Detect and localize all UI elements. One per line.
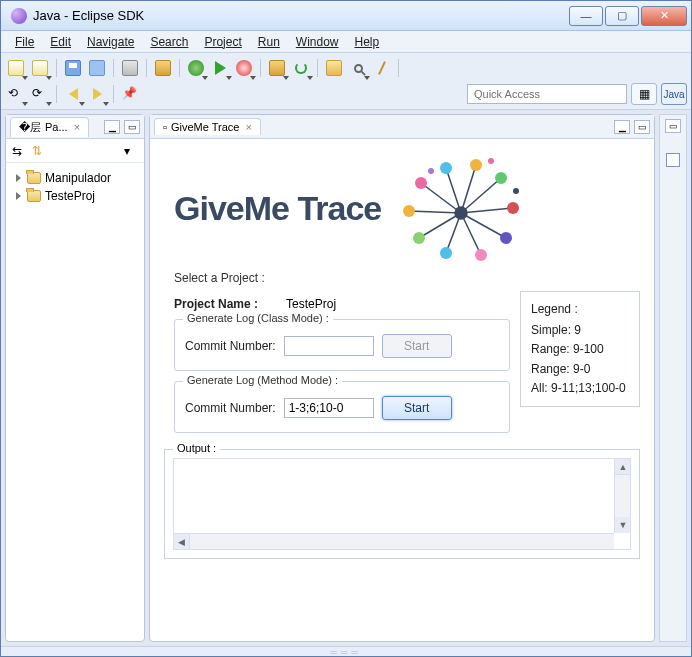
- method-mode-legend: Generate Log (Method Mode) :: [183, 374, 342, 386]
- editor-area: ▫ GiveMe Trace × ▁ ▭ GiveMe Trace: [149, 114, 655, 642]
- tree-item-testeproj[interactable]: TesteProj: [10, 187, 140, 205]
- vertical-scrollbar[interactable]: ▲ ▼: [614, 459, 630, 533]
- refresh-button[interactable]: [290, 57, 312, 79]
- new-button[interactable]: [5, 57, 27, 79]
- tree-item-manipulador[interactable]: Manipulador: [10, 169, 140, 187]
- editor-tab-label: GiveMe Trace: [171, 121, 239, 133]
- pin-icon: 📌: [122, 86, 138, 102]
- scroll-left-icon[interactable]: ◀: [174, 534, 190, 550]
- collapse-all-icon[interactable]: ⇆: [12, 144, 26, 158]
- scroll-up-icon[interactable]: ▲: [615, 459, 631, 475]
- project-name-label: Project Name :: [174, 297, 258, 311]
- scroll-down-icon[interactable]: ▼: [615, 517, 631, 533]
- save-all-button[interactable]: [86, 57, 108, 79]
- save-all-icon: [89, 60, 105, 76]
- package-icon: [269, 60, 285, 76]
- menu-run[interactable]: Run: [250, 33, 288, 51]
- ext-run-button[interactable]: [233, 57, 255, 79]
- outline-view-icon[interactable]: [666, 153, 680, 167]
- close-icon[interactable]: ×: [245, 121, 251, 133]
- open-type-button[interactable]: [323, 57, 345, 79]
- project-name-value: TesteProj: [286, 297, 336, 311]
- legend-title: Legend :: [531, 300, 629, 319]
- svg-point-6: [470, 159, 482, 171]
- tree-item-label: TesteProj: [45, 189, 95, 203]
- class-start-button[interactable]: Start: [382, 334, 452, 358]
- wand-button[interactable]: [371, 57, 393, 79]
- build-button[interactable]: [152, 57, 174, 79]
- folder-icon: [326, 60, 342, 76]
- view-menu-icon[interactable]: ▾: [124, 144, 138, 158]
- run-icon: [215, 61, 226, 75]
- window-title: Java - Eclipse SDK: [33, 8, 567, 23]
- svg-point-20: [403, 205, 415, 217]
- svg-point-23: [513, 188, 519, 194]
- select-project-label: Select a Project :: [174, 271, 640, 285]
- app-logo-text: GiveMe Trace: [174, 189, 381, 228]
- svg-point-14: [475, 249, 487, 261]
- method-start-button[interactable]: Start: [382, 396, 452, 420]
- maximize-view-button[interactable]: ▭: [124, 120, 140, 134]
- quick-access-input[interactable]: [467, 84, 627, 104]
- search-button[interactable]: [347, 57, 369, 79]
- run-button[interactable]: [209, 57, 231, 79]
- debug-icon: [188, 60, 204, 76]
- maximize-view-button[interactable]: ▭: [634, 120, 650, 134]
- menu-bar: File Edit Navigate Search Project Run Wi…: [1, 31, 691, 53]
- horizontal-scrollbar[interactable]: ◀ ▶: [174, 533, 614, 549]
- pin-button[interactable]: 📌: [119, 83, 141, 105]
- svg-point-18: [413, 232, 425, 244]
- minimize-button[interactable]: —: [569, 6, 603, 26]
- nav-history-button[interactable]: ⟲: [5, 83, 27, 105]
- project-icon: [27, 190, 41, 202]
- method-commit-input[interactable]: [284, 398, 374, 418]
- toolbar-area: ⟲ ⟳ 📌 ▦ Java: [1, 53, 691, 110]
- save-dropdown[interactable]: [29, 57, 51, 79]
- expand-icon[interactable]: [16, 174, 21, 182]
- refresh-icon: [295, 62, 307, 74]
- link-editor-icon[interactable]: ⇅: [32, 144, 46, 158]
- legend-line: All: 9-11;13;100-0: [531, 379, 629, 398]
- minimize-view-button[interactable]: ▁: [104, 120, 120, 134]
- save-button[interactable]: [62, 57, 84, 79]
- new-icon: [8, 60, 24, 76]
- menu-window[interactable]: Window: [288, 33, 347, 51]
- new-package-button[interactable]: [266, 57, 288, 79]
- wand-icon: [378, 61, 386, 75]
- svg-point-10: [507, 202, 519, 214]
- output-legend: Output :: [173, 442, 220, 454]
- back-icon: [69, 88, 78, 100]
- menu-file[interactable]: File: [7, 33, 42, 51]
- menu-help[interactable]: Help: [347, 33, 388, 51]
- close-button[interactable]: ✕: [641, 6, 687, 26]
- save-icon: [65, 60, 81, 76]
- menu-edit[interactable]: Edit: [42, 33, 79, 51]
- legend-line: Range: 9-100: [531, 340, 629, 359]
- class-commit-input[interactable]: [284, 336, 374, 356]
- forward-icon: [93, 88, 102, 100]
- maximize-button[interactable]: ▢: [605, 6, 639, 26]
- menu-project[interactable]: Project: [196, 33, 249, 51]
- menu-search[interactable]: Search: [142, 33, 196, 51]
- forward-button[interactable]: [86, 83, 108, 105]
- svg-point-4: [440, 162, 452, 174]
- back-button[interactable]: [62, 83, 84, 105]
- output-panel: Output : ▲ ▼ ◀ ▶: [164, 449, 640, 559]
- package-explorer-tab[interactable]: �层 Pa... ×: [10, 117, 89, 137]
- svg-line-3: [446, 168, 461, 213]
- status-bar: ═══: [1, 646, 691, 656]
- editor-tab[interactable]: ▫ GiveMe Trace ×: [154, 118, 261, 135]
- minimize-view-button[interactable]: ▁: [614, 120, 630, 134]
- svg-line-17: [419, 213, 461, 238]
- restore-view-button[interactable]: ▭: [665, 119, 681, 133]
- close-icon[interactable]: ×: [74, 121, 80, 133]
- print-button[interactable]: [119, 57, 141, 79]
- java-perspective-button[interactable]: Java: [661, 83, 687, 105]
- output-textarea[interactable]: ▲ ▼ ◀ ▶: [173, 458, 631, 550]
- open-perspective-button[interactable]: ▦: [631, 83, 657, 105]
- debug-button[interactable]: [185, 57, 207, 79]
- svg-point-16: [440, 247, 452, 259]
- menu-navigate[interactable]: Navigate: [79, 33, 142, 51]
- expand-icon[interactable]: [16, 192, 21, 200]
- nav-next-button[interactable]: ⟳: [29, 83, 51, 105]
